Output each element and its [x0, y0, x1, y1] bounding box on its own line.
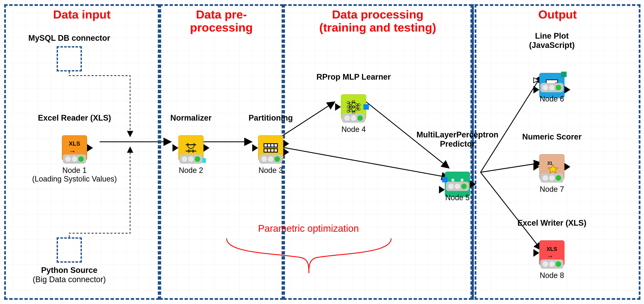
section-title-preprocessing-line2: processing	[190, 21, 253, 34]
node-4-status	[342, 113, 365, 123]
annotation-parametric-optimization: Parametric optimization	[241, 223, 376, 234]
node-6-image-out-port[interactable]	[561, 72, 566, 77]
node-5-title: MultiLayerPerceptron Predictor	[411, 130, 504, 149]
node-3-name: Node 3	[241, 166, 300, 175]
node-1-out-port[interactable]	[87, 144, 93, 152]
section-title-preprocessing: Data pre- processing	[161, 8, 282, 34]
node-8-name: Node 8	[510, 271, 594, 280]
node-1-status	[63, 154, 86, 164]
svg-text:31: 31	[547, 161, 552, 166]
node-8-in-port[interactable]	[534, 249, 539, 257]
node-3-title: Partitioning	[241, 113, 300, 123]
node-5-title-line2: Predictor	[440, 140, 475, 148]
node-8-title: Excel Writer (XLS)	[510, 218, 594, 228]
node-5-data-in-port[interactable]	[439, 186, 445, 193]
node-excel-writer[interactable]: Excel Writer (XLS) XLS → Node 8	[510, 218, 594, 253]
section-title-processing: Data processing (training and testing)	[285, 8, 470, 34]
node-7-in-port[interactable]	[534, 163, 539, 171]
node-6-status	[540, 83, 564, 92]
xls-writer-icon-text: XLS	[547, 246, 557, 252]
node-1-name: Node 1	[30, 166, 120, 175]
mysql-connector-label: MySQL DB connector	[25, 34, 113, 43]
node-2-in-port[interactable]	[172, 144, 178, 152]
section-title-data-input: Data input	[6, 8, 158, 21]
svg-marker-47	[534, 78, 539, 83]
node-line-plot[interactable]: Line Plot (JavaScript) Node 6	[516, 32, 588, 75]
node-8-status	[540, 259, 564, 269]
node-3-in-port[interactable]	[252, 144, 258, 152]
node-1-title: Excel Reader (XLS)	[30, 113, 120, 123]
node-mlp-predictor[interactable]: MultiLayerPerceptron Predictor Node 5	[411, 130, 504, 174]
node-2-title: Normalizer	[164, 113, 218, 123]
node-7-title: Numeric Scorer	[516, 132, 588, 142]
node-partitioning[interactable]: Partitioning Node 3	[241, 113, 300, 148]
svg-line-36	[354, 109, 359, 112]
node-3-status	[259, 154, 282, 164]
node-2-status	[180, 154, 202, 164]
section-title-output: Output	[476, 8, 639, 21]
node-1-subtitle: (Loading Systolic Values)	[30, 175, 120, 183]
node-5-out-port[interactable]	[470, 180, 476, 188]
xls-reader-icon-text: XLS	[69, 140, 80, 147]
node-6-title-line1: Line Plot	[535, 32, 569, 40]
arrow-right-icon: →	[547, 252, 553, 260]
mysql-connector-placeholder-icon[interactable]	[57, 46, 82, 71]
node-5-status	[446, 182, 469, 191]
node-rprop-mlp-learner[interactable]: RProp MLP Learner Node 4	[315, 73, 392, 107]
node-5-name: Node 5	[411, 193, 504, 202]
svg-marker-49	[548, 165, 558, 173]
section-title-preprocessing-line1: Data pre-	[196, 8, 247, 21]
node-6-name: Node 6	[516, 95, 588, 103]
node-6-flow-in-port[interactable]	[533, 77, 539, 84]
section-title-processing-line2: (training and testing)	[320, 21, 436, 34]
mysql-connector-group: MySQL DB connector	[25, 34, 113, 43]
node-6-title: Line Plot (JavaScript)	[516, 32, 588, 50]
node-5-title-line1: MultiLayerPerceptron	[416, 130, 498, 139]
python-source-placeholder-icon[interactable]	[57, 237, 82, 263]
node-7-out-port[interactable]	[564, 163, 570, 171]
python-source-label-line2: (Big Data connector)	[21, 275, 118, 284]
node-3-out-port-top[interactable]	[283, 140, 289, 147]
node-6-in-port[interactable]	[534, 86, 539, 94]
python-source-label-line1: Python Source	[21, 266, 118, 275]
node-numeric-scorer[interactable]: Numeric Scorer 31 Node 7	[516, 132, 588, 167]
arrow-right-icon: →	[69, 147, 76, 155]
node-4-title: RProp MLP Learner	[315, 73, 392, 82]
node-excel-reader[interactable]: Excel Reader (XLS) XLS → Node 1 (Loading…	[30, 113, 120, 148]
node-3-out-port-bottom[interactable]	[283, 148, 289, 156]
node-4-in-port[interactable]	[335, 103, 341, 111]
node-5-model-in-port[interactable]	[442, 177, 448, 182]
svg-line-31	[354, 102, 359, 105]
node-7-status	[540, 173, 564, 183]
node-4-name: Node 4	[315, 125, 392, 134]
node-6-title-line2: (JavaScript)	[529, 41, 575, 50]
node-6-out-port[interactable]	[564, 86, 570, 94]
node-2-out-port[interactable]	[204, 144, 210, 152]
node-7-name: Node 7	[516, 185, 588, 193]
node-normalizer[interactable]: Normalizer Node 2	[164, 113, 218, 148]
node-2-name: Node 2	[164, 166, 218, 175]
section-title-processing-line1: Data processing	[332, 8, 424, 21]
node-4-model-out-port[interactable]	[364, 104, 369, 110]
